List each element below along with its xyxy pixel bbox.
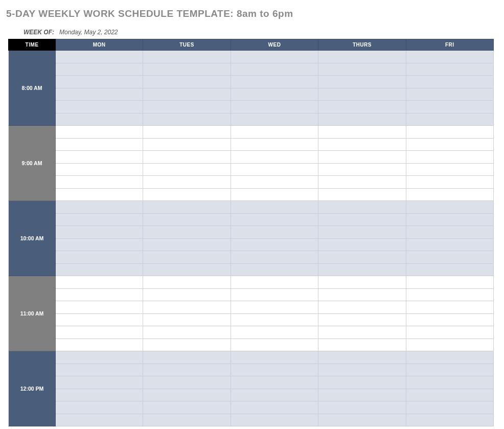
schedule-cell[interactable] bbox=[231, 126, 318, 139]
schedule-cell[interactable] bbox=[231, 51, 318, 63]
schedule-cell[interactable] bbox=[318, 263, 406, 276]
schedule-cell[interactable] bbox=[143, 313, 231, 326]
schedule-cell[interactable] bbox=[56, 151, 143, 164]
schedule-cell[interactable] bbox=[143, 151, 231, 164]
schedule-cell[interactable] bbox=[406, 313, 493, 326]
schedule-cell[interactable] bbox=[406, 113, 493, 126]
schedule-cell[interactable] bbox=[56, 226, 143, 239]
schedule-cell[interactable] bbox=[231, 88, 318, 101]
schedule-cell[interactable] bbox=[318, 201, 406, 214]
schedule-cell[interactable] bbox=[143, 188, 231, 201]
schedule-cell[interactable] bbox=[56, 201, 143, 214]
schedule-cell[interactable] bbox=[231, 326, 318, 339]
schedule-cell[interactable] bbox=[56, 126, 143, 139]
schedule-cell[interactable] bbox=[143, 213, 231, 226]
schedule-cell[interactable] bbox=[318, 226, 406, 239]
schedule-cell[interactable] bbox=[143, 401, 231, 414]
schedule-cell[interactable] bbox=[56, 288, 143, 301]
schedule-cell[interactable] bbox=[143, 238, 231, 251]
schedule-cell[interactable] bbox=[231, 226, 318, 239]
schedule-cell[interactable] bbox=[143, 251, 231, 264]
schedule-cell[interactable] bbox=[143, 414, 231, 426]
schedule-cell[interactable] bbox=[406, 276, 493, 289]
schedule-cell[interactable] bbox=[318, 151, 406, 164]
schedule-cell[interactable] bbox=[406, 389, 493, 401]
schedule-cell[interactable] bbox=[231, 101, 318, 114]
schedule-cell[interactable] bbox=[406, 301, 493, 314]
schedule-cell[interactable] bbox=[143, 63, 231, 76]
schedule-cell[interactable] bbox=[406, 263, 493, 276]
schedule-cell[interactable] bbox=[318, 188, 406, 201]
schedule-cell[interactable] bbox=[56, 213, 143, 226]
schedule-cell[interactable] bbox=[231, 364, 318, 376]
schedule-cell[interactable] bbox=[406, 226, 493, 239]
schedule-cell[interactable] bbox=[406, 126, 493, 139]
schedule-cell[interactable] bbox=[56, 401, 143, 414]
schedule-cell[interactable] bbox=[318, 113, 406, 126]
schedule-cell[interactable] bbox=[56, 76, 143, 88]
schedule-cell[interactable] bbox=[318, 51, 406, 63]
schedule-cell[interactable] bbox=[318, 63, 406, 76]
schedule-cell[interactable] bbox=[318, 88, 406, 101]
schedule-cell[interactable] bbox=[56, 113, 143, 126]
schedule-cell[interactable] bbox=[56, 176, 143, 189]
schedule-cell[interactable] bbox=[406, 338, 493, 351]
schedule-cell[interactable] bbox=[231, 251, 318, 264]
schedule-cell[interactable] bbox=[56, 351, 143, 364]
schedule-cell[interactable] bbox=[56, 188, 143, 201]
schedule-cell[interactable] bbox=[406, 201, 493, 214]
schedule-cell[interactable] bbox=[406, 101, 493, 114]
schedule-cell[interactable] bbox=[56, 238, 143, 251]
schedule-cell[interactable] bbox=[231, 76, 318, 88]
schedule-cell[interactable] bbox=[143, 389, 231, 401]
schedule-cell[interactable] bbox=[231, 376, 318, 389]
schedule-cell[interactable] bbox=[318, 163, 406, 176]
schedule-cell[interactable] bbox=[231, 263, 318, 276]
schedule-cell[interactable] bbox=[56, 364, 143, 376]
schedule-cell[interactable] bbox=[318, 414, 406, 426]
schedule-cell[interactable] bbox=[318, 138, 406, 151]
schedule-cell[interactable] bbox=[318, 288, 406, 301]
schedule-cell[interactable] bbox=[231, 138, 318, 151]
schedule-cell[interactable] bbox=[318, 313, 406, 326]
schedule-cell[interactable] bbox=[143, 201, 231, 214]
schedule-cell[interactable] bbox=[231, 351, 318, 364]
schedule-cell[interactable] bbox=[406, 76, 493, 88]
schedule-cell[interactable] bbox=[56, 326, 143, 339]
schedule-cell[interactable] bbox=[406, 213, 493, 226]
schedule-cell[interactable] bbox=[406, 401, 493, 414]
schedule-cell[interactable] bbox=[318, 338, 406, 351]
schedule-cell[interactable] bbox=[143, 338, 231, 351]
schedule-cell[interactable] bbox=[406, 51, 493, 63]
schedule-cell[interactable] bbox=[406, 176, 493, 189]
schedule-cell[interactable] bbox=[143, 226, 231, 239]
schedule-cell[interactable] bbox=[231, 301, 318, 314]
schedule-cell[interactable] bbox=[231, 313, 318, 326]
schedule-cell[interactable] bbox=[231, 201, 318, 214]
schedule-cell[interactable] bbox=[143, 101, 231, 114]
schedule-cell[interactable] bbox=[406, 63, 493, 76]
schedule-cell[interactable] bbox=[56, 51, 143, 63]
schedule-cell[interactable] bbox=[318, 238, 406, 251]
schedule-cell[interactable] bbox=[231, 176, 318, 189]
schedule-cell[interactable] bbox=[231, 288, 318, 301]
schedule-cell[interactable] bbox=[143, 364, 231, 376]
schedule-cell[interactable] bbox=[143, 138, 231, 151]
schedule-cell[interactable] bbox=[231, 238, 318, 251]
schedule-cell[interactable] bbox=[143, 113, 231, 126]
schedule-cell[interactable] bbox=[406, 251, 493, 264]
schedule-cell[interactable] bbox=[143, 76, 231, 88]
schedule-cell[interactable] bbox=[56, 414, 143, 426]
schedule-cell[interactable] bbox=[143, 326, 231, 339]
schedule-cell[interactable] bbox=[406, 326, 493, 339]
schedule-cell[interactable] bbox=[231, 63, 318, 76]
schedule-cell[interactable] bbox=[406, 414, 493, 426]
schedule-cell[interactable] bbox=[231, 276, 318, 289]
schedule-cell[interactable] bbox=[406, 88, 493, 101]
schedule-cell[interactable] bbox=[406, 238, 493, 251]
schedule-cell[interactable] bbox=[143, 126, 231, 139]
schedule-cell[interactable] bbox=[406, 376, 493, 389]
schedule-cell[interactable] bbox=[56, 138, 143, 151]
schedule-cell[interactable] bbox=[56, 63, 143, 76]
schedule-cell[interactable] bbox=[318, 126, 406, 139]
